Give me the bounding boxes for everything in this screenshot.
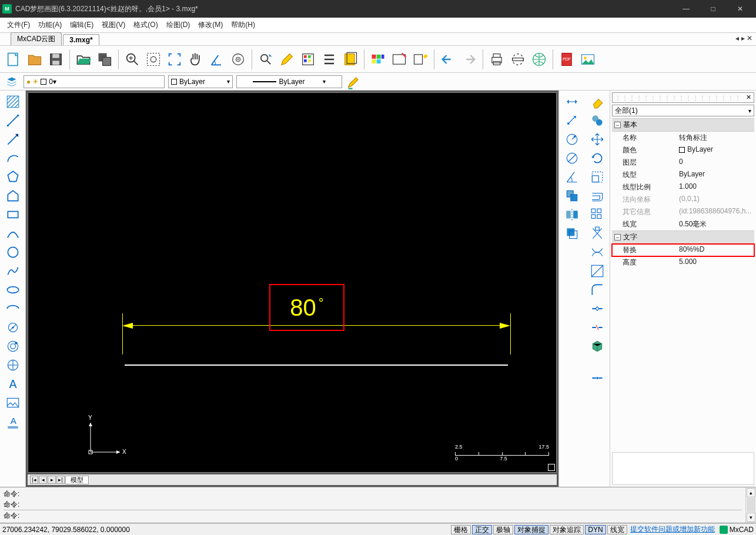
image-icon[interactable] [578,49,598,69]
dimension-text[interactable]: 80 ° [290,295,323,321]
layer-selector[interactable]: ● ☀ 0 ▾ [24,75,165,88]
zoom-in-icon[interactable] [122,49,142,69]
menu-format[interactable]: 格式(O) [130,19,161,31]
zoom-center-icon[interactable] [228,49,248,69]
menu-help[interactable]: 帮助(H) [228,19,259,31]
command-scrollbar[interactable]: ▴ ▾ [745,487,756,523]
osnap-toggle[interactable]: 对象捕捉 [514,525,548,534]
offset-icon[interactable] [587,187,607,205]
web-icon[interactable] [529,49,549,69]
model-tab[interactable]: 模型 [65,476,89,484]
break-line-icon[interactable] [587,262,607,280]
menu-edit[interactable]: 编辑(E) [66,19,97,31]
open-folder-icon[interactable] [73,49,93,69]
zoom-extents-icon[interactable] [165,49,185,69]
prop-lineweight-value[interactable]: 0.50毫米 [679,219,754,229]
ellipse-arc-icon[interactable] [3,300,23,317]
otrack-toggle[interactable]: 对象追踪 [550,525,584,534]
dim-diameter-icon[interactable] [562,149,582,167]
rotate-icon[interactable] [587,149,607,167]
zoom-window-icon[interactable] [143,49,163,69]
tab-next-icon[interactable]: ▸ [48,476,56,484]
move-icon[interactable] [587,131,607,148]
section-basic[interactable]: −基本 [612,118,754,132]
prop-height-value[interactable]: 5.000 [679,258,754,268]
linetype-selector[interactable]: ByLayer ▾ [168,75,233,88]
tab-last-icon[interactable]: ▸| [56,476,65,484]
print-icon[interactable] [487,49,507,69]
tab-cloud[interactable]: MxCAD云图 [11,32,62,45]
ray-icon[interactable] [3,131,23,148]
pdf-icon[interactable]: PDF [557,49,577,69]
line-icon[interactable] [3,112,23,129]
save-icon[interactable] [46,49,66,69]
dim-radius-icon[interactable] [562,131,582,148]
erase-icon[interactable] [587,93,607,111]
image-insert-icon[interactable] [3,394,23,412]
trim-icon[interactable] [587,225,607,242]
break-icon[interactable] [587,300,607,317]
copy2-icon[interactable] [587,112,607,129]
find-icon[interactable] [256,49,276,69]
point-icon[interactable] [3,319,23,336]
maximize-button[interactable]: □ [700,0,727,18]
color-palette-icon[interactable] [368,49,388,69]
prop-ltscale-value[interactable]: 1.000 [679,182,754,192]
measure-angle-icon[interactable] [207,49,227,69]
ellipse-icon[interactable] [3,281,23,299]
arc-icon[interactable] [3,149,23,167]
mirror-icon[interactable] [562,206,582,223]
save-as-icon[interactable] [95,49,115,69]
tab-prev-icon[interactable]: ◂ [39,476,47,484]
new-icon[interactable] [4,49,24,69]
prop-name-value[interactable]: 转角标注 [679,133,754,143]
layer-icon[interactable] [340,49,360,69]
snap-grid-toggle[interactable]: 栅格 [451,525,471,534]
match-icon[interactable] [410,49,430,69]
dim-aligned-icon[interactable] [562,112,582,129]
fillet-icon[interactable] [587,281,607,299]
list-icon[interactable] [319,49,339,69]
scale-icon[interactable] [587,168,607,186]
circle-icon[interactable] [3,243,23,261]
extend-icon[interactable] [587,243,607,261]
plot-preview-icon[interactable] [508,49,528,69]
dyn-toggle[interactable]: DYN [585,525,606,534]
text-icon[interactable]: A [3,375,23,393]
ortho-toggle[interactable]: 正交 [472,525,492,534]
spline-icon[interactable] [3,262,23,280]
polygon-icon[interactable] [3,168,23,186]
close-button[interactable]: ✕ [727,0,754,18]
break-at-icon[interactable] [587,319,607,336]
polar-toggle[interactable]: 极轴 [493,525,513,534]
block-icon[interactable] [3,356,23,374]
lineweight-toggle[interactable]: 线宽 [607,525,627,534]
menu-file[interactable]: 文件(F) [4,19,34,31]
join-icon[interactable] [587,369,607,387]
prop-linetype-value[interactable]: ByLayer [679,170,754,180]
dim-angular-icon[interactable] [562,168,582,186]
open-icon[interactable] [25,49,45,69]
array-icon[interactable] [587,206,607,223]
command-input[interactable]: 命令: [4,510,742,520]
edit-pencil-icon[interactable] [346,75,362,89]
mtext-icon[interactable]: A [3,413,23,430]
tab-first-icon[interactable]: |◂ [30,476,38,484]
move-back-icon[interactable] [562,225,582,242]
scroll-down-icon[interactable]: ▾ [747,513,755,522]
prop-color-value[interactable]: ByLayer [679,145,754,155]
prop-layer-value[interactable]: 0 [679,158,754,168]
donut-icon[interactable] [3,337,23,355]
lineweight-selector[interactable]: ByLayer ▾ [236,75,342,88]
feedback-link[interactable]: 提交软件问题或增加新功能 [630,524,715,534]
screenshot-icon[interactable] [389,49,409,69]
viewport-corner[interactable] [548,464,555,471]
menu-function[interactable]: 功能(A) [35,19,65,31]
selection-filter[interactable]: 全部(1) ▾ [612,105,754,116]
properties-icon[interactable] [298,49,318,69]
undo-icon[interactable] [438,49,458,69]
panel-close-icon[interactable]: ✕ [746,93,751,101]
copy-icon[interactable] [562,187,582,205]
pentagon-icon[interactable] [3,187,23,205]
drawing-canvas[interactable]: 80 ° Y X 2.517.5 07.5 [28,92,557,473]
